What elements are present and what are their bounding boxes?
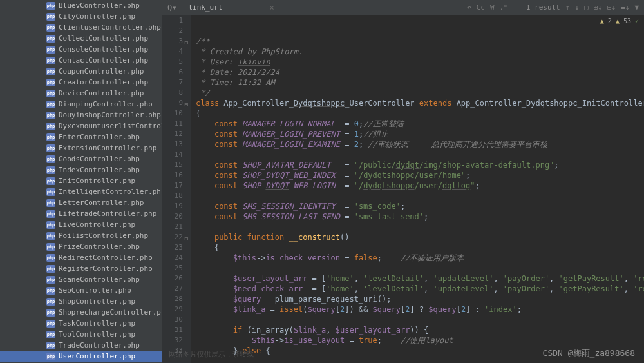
file-name: DeviceController.php (59, 89, 144, 97)
php-file-icon: php (46, 297, 55, 306)
file-name: DouyinshopController.php (59, 111, 161, 119)
file-name: IntelligentController.php (59, 188, 162, 196)
php-file-icon: php (46, 34, 55, 43)
file-name: RedirectController.php (59, 253, 153, 262)
file-tree-item[interactable]: phpIntelligentController.php (0, 186, 162, 197)
file-name: CouponController.php (59, 67, 144, 75)
file-tree-item[interactable]: phpDouyinshopController.php (0, 110, 162, 121)
file-tree-item[interactable]: phpDyxcxmountuserlistController.php (0, 121, 162, 132)
line-gutter: 123⊟456789⊟10111213141516171819202122⊟23… (162, 15, 191, 363)
file-tree-item[interactable]: phpContactController.php (0, 55, 162, 66)
warning-icon: ▲ (600, 17, 604, 25)
php-file-icon: php (46, 45, 55, 54)
file-tree-item[interactable]: phpClientuserController.php (0, 22, 162, 33)
file-tree[interactable]: phpBluevController.phpphpCityController.… (0, 0, 162, 363)
inspection-indicator[interactable]: ▲2 ▲53 ✓ (600, 17, 639, 25)
php-file-icon: php (46, 23, 55, 32)
php-file-icon: php (46, 1, 55, 10)
file-tree-item[interactable]: phpShopController.php (0, 296, 162, 307)
search-input[interactable] (185, 2, 263, 13)
file-tree-item[interactable]: phpPoilistController.php (0, 230, 162, 241)
php-file-icon: php (46, 308, 55, 317)
words-icon[interactable]: W (490, 3, 495, 12)
php-file-icon: php (46, 67, 55, 76)
filter-icon[interactable]: ▼ (634, 3, 639, 12)
settings-icon[interactable]: ≡↓ (621, 3, 629, 12)
file-tree-item[interactable]: phpSeoController.php (0, 285, 162, 296)
prev-match-icon[interactable]: ↑ (565, 3, 570, 12)
file-tree-item[interactable]: phpLiveController.php (0, 219, 162, 230)
php-file-icon: php (46, 341, 55, 350)
file-tree-item[interactable]: phpLifetradeController.php (0, 208, 162, 219)
file-name: ConsoleController.php (59, 45, 148, 54)
file-tree-item[interactable]: phpScaneController.php (0, 274, 162, 285)
php-file-icon: php (46, 177, 55, 186)
file-name: GoodsController.php (59, 155, 140, 163)
file-tree-item[interactable]: phpCreatorController.php (0, 77, 162, 88)
code-editor[interactable]: 123⊟456789⊟10111213141516171819202122⊟23… (162, 15, 644, 363)
file-name: CityController.php (59, 12, 135, 21)
php-file-icon: php (46, 100, 55, 109)
file-name: IndexController.php (59, 166, 140, 174)
file-name: PoilistController.php (59, 231, 148, 240)
file-name: ContactController.php (59, 56, 148, 64)
file-tree-item[interactable]: phpRedirectController.php (0, 252, 162, 263)
php-file-icon: php (46, 210, 55, 219)
file-name: EnterController.php (59, 133, 140, 141)
file-name: ShopController.php (59, 297, 135, 306)
php-file-icon: php (46, 188, 55, 197)
remove-selection-icon[interactable]: ⊟↓ (607, 3, 616, 12)
php-file-icon: php (46, 330, 55, 339)
file-tree-item[interactable]: phpRegisterController.php (0, 263, 162, 274)
file-name: CollectController.php (59, 34, 148, 43)
file-tree-item[interactable]: phpPrizeController.php (0, 241, 162, 252)
watermark-left: 网络图片仅供展示，禁转载 (169, 349, 254, 359)
file-tree-item[interactable]: phpShoprechargeController.php (0, 307, 162, 318)
php-file-icon: php (46, 286, 55, 295)
php-file-icon: php (46, 231, 55, 240)
file-tree-item[interactable]: phpDianpingController.php (0, 99, 162, 110)
file-name: BluevController.php (59, 1, 140, 10)
php-file-icon: php (46, 199, 55, 208)
regex-icon[interactable]: .* (500, 3, 508, 12)
php-file-icon: php (46, 144, 55, 153)
warning-icon: ▲ (616, 17, 620, 25)
file-tree-item[interactable]: phpTaskController.php (0, 318, 162, 329)
code-content[interactable]: /** * Created by PhpStorm. * User: ikinv… (191, 15, 644, 363)
check-icon: ✓ (635, 17, 639, 25)
file-tree-item[interactable]: phpUserController.php (0, 351, 162, 362)
php-file-icon: php (46, 253, 55, 262)
file-name: PrizeController.php (59, 242, 140, 251)
file-name: LetterController.php (59, 199, 144, 207)
file-tree-item[interactable]: phpInitController.php (0, 175, 162, 186)
clear-search-icon[interactable]: × (269, 3, 274, 12)
php-file-icon: php (46, 122, 55, 131)
php-file-icon: php (46, 133, 55, 142)
php-file-icon: php (46, 155, 55, 164)
file-tree-item[interactable]: phpEnterController.php (0, 132, 162, 142)
php-file-icon: php (46, 264, 55, 273)
file-tree-item[interactable]: phpCollectController.php (0, 33, 162, 44)
file-tree-item[interactable]: phpCouponController.php (0, 66, 162, 77)
file-tree-item[interactable]: phpToolController.php (0, 329, 162, 340)
file-name: TradeController.php (59, 341, 140, 349)
file-tree-item[interactable]: phpGoodsController.php (0, 153, 162, 164)
file-name: ScaneController.php (59, 275, 140, 284)
select-all-icon[interactable]: ▢ (584, 3, 589, 12)
file-tree-item[interactable]: phpExtensionController.php (0, 142, 162, 153)
file-name: DyxcxmountuserlistController.php (59, 122, 162, 130)
file-tree-item[interactable]: phpConsoleController.php (0, 44, 162, 55)
match-case-icon[interactable]: Cc (477, 3, 485, 12)
file-tree-item[interactable]: phpIndexController.php (0, 164, 162, 175)
file-tree-item[interactable]: phpTradeController.php (0, 340, 162, 351)
file-tree-item[interactable]: phpCityController.php (0, 11, 162, 22)
add-selection-icon[interactable]: ⊞↓ (594, 3, 602, 12)
file-name: LifetradeController.php (59, 210, 156, 218)
file-tree-item[interactable]: phpDeviceController.php (0, 88, 162, 99)
prev-occurrence-icon[interactable]: ↶ (467, 3, 471, 12)
file-tree-item[interactable]: phpLetterController.php (0, 197, 162, 208)
file-name: ShoprechargeController.php (59, 308, 162, 317)
file-name: SeoController.php (59, 286, 131, 295)
file-tree-item[interactable]: phpBluevController.php (0, 0, 162, 11)
next-match-icon[interactable]: ↓ (574, 3, 579, 12)
